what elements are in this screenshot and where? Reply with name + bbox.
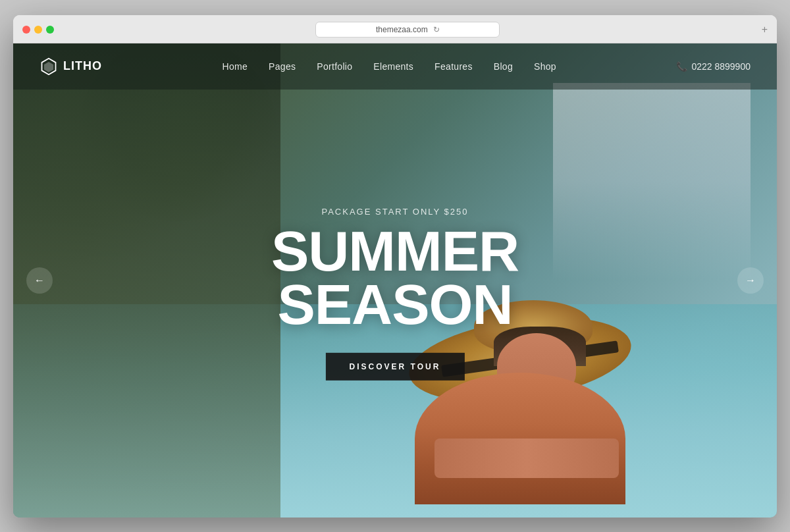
new-tab-button[interactable]: + bbox=[762, 24, 768, 36]
logo-text: LITHO bbox=[63, 59, 102, 73]
phone-icon: 📞 bbox=[676, 61, 687, 72]
refresh-icon[interactable]: ↻ bbox=[433, 25, 440, 34]
nav-item-shop[interactable]: Shop bbox=[534, 61, 556, 72]
phone-number: 0222 8899900 bbox=[691, 61, 750, 72]
hero-title-line2: SEASON bbox=[277, 273, 512, 336]
navbar: LITHO Home Pages Portfolio Elements Feat… bbox=[13, 43, 777, 90]
hero-content: PACKAGE START ONLY $250 SUMMER SEASON DI… bbox=[271, 206, 519, 380]
hero-subtitle: PACKAGE START ONLY $250 bbox=[271, 206, 519, 216]
hero-railing bbox=[13, 43, 280, 518]
nav-item-features[interactable]: Features bbox=[434, 61, 473, 72]
dot-fullscreen[interactable] bbox=[46, 26, 54, 34]
hero-section: LITHO Home Pages Portfolio Elements Feat… bbox=[13, 43, 777, 518]
logo-icon bbox=[40, 57, 58, 76]
browser-dots bbox=[22, 26, 54, 34]
nav-item-blog[interactable]: Blog bbox=[494, 61, 513, 72]
browser-window: themezaa.com ↻ + bbox=[13, 15, 777, 518]
address-bar: themezaa.com ↻ bbox=[62, 22, 754, 38]
hero-title: SUMMER SEASON bbox=[271, 224, 519, 331]
person-arms bbox=[434, 439, 619, 478]
url-input[interactable]: themezaa.com ↻ bbox=[315, 22, 500, 38]
dot-minimize[interactable] bbox=[34, 26, 42, 34]
hero-cta-button[interactable]: DISCOVER TOUR bbox=[326, 353, 465, 381]
slider-next-button[interactable]: → bbox=[737, 267, 764, 294]
svg-marker-1 bbox=[44, 62, 53, 72]
bg-architecture bbox=[553, 83, 750, 280]
nav-item-pages[interactable]: Pages bbox=[269, 61, 296, 72]
nav-links: Home Pages Portfolio Elements Features B… bbox=[223, 61, 556, 72]
nav-phone: 📞 0222 8899900 bbox=[676, 61, 750, 72]
nav-item-portfolio[interactable]: Portfolio bbox=[317, 61, 352, 72]
url-text: themezaa.com bbox=[376, 25, 428, 34]
nav-item-home[interactable]: Home bbox=[223, 61, 248, 72]
browser-chrome: themezaa.com ↻ + bbox=[13, 15, 777, 43]
dot-close[interactable] bbox=[22, 26, 30, 34]
nav-item-elements[interactable]: Elements bbox=[373, 61, 413, 72]
slider-prev-button[interactable]: ← bbox=[26, 267, 53, 294]
logo[interactable]: LITHO bbox=[40, 57, 102, 76]
